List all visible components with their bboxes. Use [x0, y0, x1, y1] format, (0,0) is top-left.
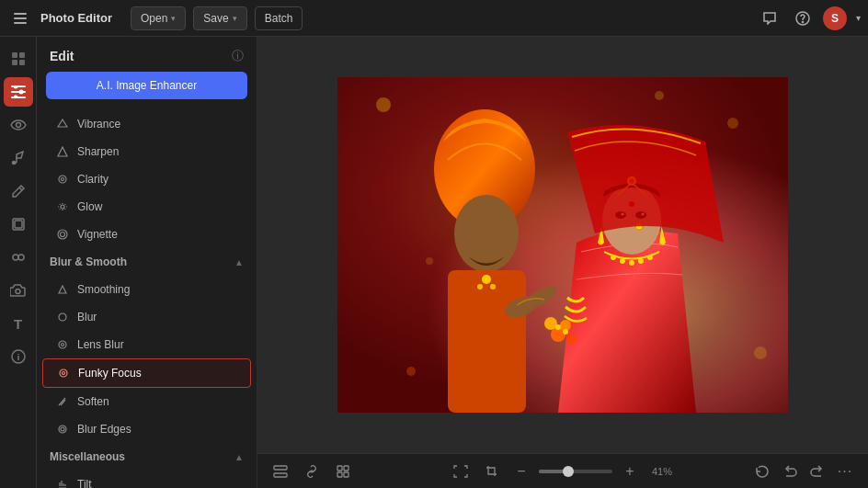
redo-button[interactable] — [805, 460, 829, 483]
zoom-percent: 41% — [647, 466, 677, 477]
zoom-out-button[interactable]: − — [511, 461, 531, 482]
lens-blur-label: Lens Blur — [77, 338, 124, 351]
blur-smooth-section[interactable]: Blur & Smooth ▲ — [37, 248, 257, 276]
save-button[interactable]: Save ▾ — [193, 6, 246, 30]
menu-item-sharpen[interactable]: Sharpen — [42, 138, 251, 165]
svg-rect-77 — [337, 466, 342, 471]
menu-item-tilt[interactable]: Tilt — [42, 471, 251, 488]
reset-button[interactable] — [750, 460, 774, 483]
grid-icon[interactable] — [331, 460, 355, 483]
svg-point-16 — [12, 162, 15, 165]
icon-bar-layers[interactable] — [4, 210, 33, 239]
ai-enhancer-button[interactable]: A.I. Image Enhancer — [46, 72, 247, 99]
svg-rect-8 — [19, 60, 25, 65]
misc-label: Miscellaneous — [50, 450, 125, 463]
svg-point-26 — [62, 178, 64, 181]
menu-item-vignette[interactable]: Vignette — [42, 221, 251, 248]
svg-point-14 — [13, 96, 17, 99]
svg-rect-9 — [11, 85, 26, 87]
zoom-slider[interactable] — [539, 470, 612, 473]
tilt-icon — [55, 477, 70, 488]
crop-icon[interactable] — [480, 460, 504, 483]
svg-rect-2 — [14, 22, 27, 24]
misc-chevron: ▲ — [234, 452, 244, 462]
menu-item-blur[interactable]: Blur — [42, 303, 251, 331]
vibrance-label: Vibrance — [77, 118, 120, 131]
icon-bar: T — [0, 37, 37, 488]
svg-marker-24 — [58, 147, 67, 156]
blur-icon — [55, 310, 70, 324]
svg-point-29 — [61, 233, 65, 237]
svg-rect-6 — [19, 52, 25, 58]
blur-label: Blur — [77, 311, 97, 323]
open-chevron: ▾ — [171, 14, 176, 23]
menu-item-vibrance[interactable]: Vibrance — [42, 110, 251, 138]
bottom-bar: − + 41% — [257, 453, 868, 488]
soften-label: Soften — [77, 395, 109, 408]
svg-rect-74 — [337, 77, 788, 413]
vignette-label: Vignette — [77, 228, 118, 241]
open-button[interactable]: Open ▾ — [131, 6, 186, 30]
zoom-in-button[interactable]: + — [620, 461, 640, 482]
info-icon[interactable]: ⓘ — [232, 48, 244, 64]
more-options-button[interactable]: ··· — [833, 460, 857, 483]
menu-item-blur-edges[interactable]: Blur Edges — [42, 415, 251, 443]
svg-point-36 — [59, 426, 66, 433]
menu-item-clarity[interactable]: Clarity — [42, 165, 251, 193]
svg-rect-78 — [344, 466, 348, 471]
svg-marker-23 — [58, 119, 67, 127]
layers-toggle-icon[interactable] — [268, 460, 292, 483]
zoom-controls: − + 41% — [449, 460, 677, 483]
icon-bar-info[interactable] — [4, 342, 33, 371]
blur-smooth-label: Blur & Smooth — [50, 255, 127, 268]
menu-item-glow[interactable]: Glow — [42, 193, 251, 221]
user-avatar[interactable]: S — [823, 6, 847, 30]
glow-label: Glow — [77, 200, 102, 213]
icon-bar-nav[interactable] — [4, 44, 33, 74]
blur-edges-label: Blur Edges — [77, 423, 131, 436]
clarity-label: Clarity — [77, 173, 108, 186]
comment-icon-button[interactable] — [757, 6, 782, 31]
batch-button[interactable]: Batch — [255, 6, 303, 30]
svg-point-28 — [58, 230, 67, 239]
bottom-right-actions: ··· — [750, 460, 857, 483]
icon-bar-eye[interactable] — [4, 110, 33, 140]
tilt-label: Tilt — [77, 478, 92, 488]
svg-rect-7 — [12, 60, 17, 65]
icon-bar-group[interactable] — [4, 243, 33, 272]
help-icon-button[interactable] — [790, 6, 816, 31]
svg-point-12 — [13, 85, 17, 89]
smoothing-label: Smoothing — [77, 283, 130, 296]
misc-section[interactable]: Miscellaneous ▲ — [37, 443, 257, 471]
svg-rect-79 — [337, 472, 342, 477]
account-chevron[interactable]: ▾ — [856, 13, 861, 23]
menu-item-lens-blur[interactable]: Lens Blur — [42, 331, 251, 358]
sharpen-icon — [55, 144, 70, 159]
menu-icon[interactable] — [7, 6, 33, 31]
svg-point-31 — [59, 313, 66, 321]
menu-item-smoothing[interactable]: Smoothing — [42, 276, 251, 303]
vibrance-icon — [55, 117, 70, 131]
icon-bar-camera[interactable] — [4, 276, 33, 305]
svg-point-33 — [62, 344, 64, 346]
svg-rect-18 — [15, 221, 22, 228]
menu-item-funky-focus[interactable]: Funky Focus — [42, 358, 251, 388]
svg-marker-30 — [59, 286, 66, 293]
canvas-area: − + 41% — [257, 37, 868, 488]
icon-bar-text[interactable]: T — [4, 309, 33, 338]
menu-item-soften[interactable]: Soften — [42, 388, 251, 415]
undo-button[interactable] — [778, 460, 802, 483]
icon-bar-brush[interactable] — [4, 143, 33, 173]
icon-bar-pen[interactable] — [4, 176, 33, 206]
svg-point-21 — [16, 289, 20, 294]
fit-icon[interactable] — [449, 460, 473, 483]
canvas-content[interactable] — [257, 37, 868, 453]
funky-focus-icon — [56, 366, 71, 380]
icon-bar-edit[interactable] — [4, 77, 33, 107]
svg-rect-0 — [14, 13, 27, 15]
smoothing-icon — [55, 282, 70, 297]
link-icon[interactable] — [300, 460, 324, 483]
svg-rect-5 — [12, 52, 17, 58]
app-title: Photo Editor — [40, 11, 112, 25]
svg-point-19 — [13, 255, 18, 260]
